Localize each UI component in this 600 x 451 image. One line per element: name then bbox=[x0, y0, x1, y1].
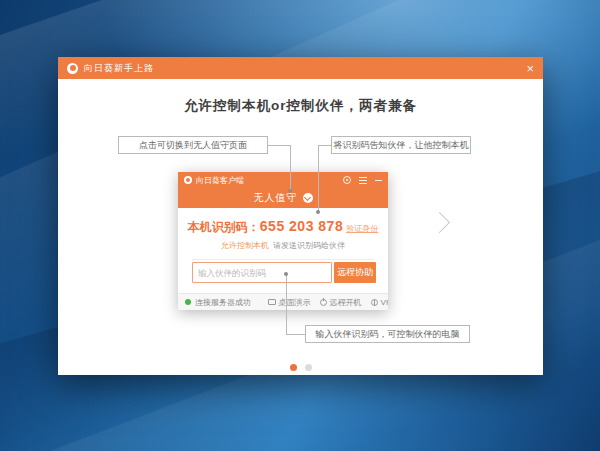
gear-icon[interactable] bbox=[343, 176, 351, 184]
vpn-icon bbox=[371, 299, 378, 306]
pagination-dot[interactable] bbox=[305, 364, 312, 371]
sunflower-logo-icon bbox=[67, 63, 78, 74]
connector-dot bbox=[288, 189, 292, 193]
client-title: 向日葵客户端 bbox=[196, 175, 244, 186]
unattended-dropdown-label: 无人值守 bbox=[254, 191, 298, 205]
vpn-action[interactable]: VPN bbox=[371, 298, 388, 307]
connector-line bbox=[290, 145, 291, 191]
remote-assist-button[interactable]: 远程协助 bbox=[334, 262, 376, 283]
client-window-preview: 向日葵客户端 无人值守 本机识别码：655 203 878验证身份 允许控制本机… bbox=[178, 172, 388, 310]
remote-boot-label: 远程开机 bbox=[330, 297, 362, 308]
connector-line bbox=[268, 145, 290, 146]
chevron-down-icon bbox=[303, 193, 313, 203]
client-titlebar: 向日葵客户端 bbox=[178, 172, 388, 188]
callout-share-id: 将识别码告知伙伴，让他控制本机 bbox=[331, 136, 471, 154]
hint-rest: 请发送识别码给伙伴 bbox=[273, 241, 345, 250]
close-icon[interactable]: × bbox=[526, 62, 534, 75]
vpn-label: VPN bbox=[381, 298, 388, 307]
remote-boot-action[interactable]: 远程开机 bbox=[320, 297, 362, 308]
next-page-chevron-icon[interactable] bbox=[429, 212, 450, 233]
online-status-dot-icon bbox=[185, 299, 191, 305]
pagination bbox=[58, 364, 543, 371]
connector-line bbox=[318, 145, 331, 146]
pagination-dot-active[interactable] bbox=[290, 364, 297, 371]
desktop-demo-label: 桌面演示 bbox=[279, 297, 311, 308]
callout-unattended: 点击可切换到无人值守页面 bbox=[118, 136, 268, 154]
callout-enter-partner-id: 输入伙伴识别码，可控制伙伴的电脑 bbox=[305, 325, 470, 343]
connector-dot bbox=[284, 272, 288, 276]
desktop-wallpaper: 向日葵新手上路 × 允许控制本机or控制伙伴，两者兼备 向日葵客户端 无人值守 bbox=[0, 0, 600, 451]
sunflower-logo-icon bbox=[184, 176, 192, 184]
connector-dot bbox=[316, 210, 320, 214]
client-body: 本机识别码：655 203 878验证身份 允许控制本机请发送识别码给伙伴 远程… bbox=[178, 208, 388, 293]
connector-line bbox=[286, 334, 305, 335]
wizard-title: 向日葵新手上路 bbox=[84, 62, 154, 75]
device-id-label: 本机识别码： bbox=[188, 220, 260, 234]
hint-line: 允许控制本机请发送识别码给伙伴 bbox=[178, 240, 388, 251]
hint-highlight: 允许控制本机 bbox=[221, 241, 269, 250]
device-id-line: 本机识别码：655 203 878验证身份 bbox=[178, 208, 388, 236]
divider bbox=[192, 259, 374, 260]
minimize-icon[interactable] bbox=[375, 180, 382, 181]
wizard-window: 向日葵新手上路 × 允许控制本机or控制伙伴，两者兼备 向日葵客户端 无人值守 bbox=[58, 57, 543, 375]
server-status-text: 连接服务器成功 bbox=[195, 297, 251, 308]
wizard-titlebar: 向日葵新手上路 × bbox=[58, 57, 543, 79]
monitor-icon bbox=[268, 299, 276, 305]
menu-icon[interactable] bbox=[359, 177, 367, 184]
verify-identity-link[interactable]: 验证身份 bbox=[346, 224, 378, 233]
unattended-dropdown[interactable]: 无人值守 bbox=[178, 188, 388, 208]
desktop-demo-action[interactable]: 桌面演示 bbox=[268, 297, 311, 308]
client-statusbar: 连接服务器成功 桌面演示 远程开机 VPN bbox=[178, 293, 388, 310]
connector-line bbox=[318, 145, 319, 212]
device-id-value: 655 203 878 bbox=[260, 218, 343, 234]
status-actions: 桌面演示 远程开机 VPN bbox=[268, 297, 381, 308]
page-title: 允许控制本机or控制伙伴，两者兼备 bbox=[58, 97, 543, 115]
partner-id-input[interactable] bbox=[192, 262, 332, 283]
power-icon bbox=[320, 299, 327, 306]
client-titlebar-icons bbox=[343, 176, 382, 184]
connector-line bbox=[286, 275, 287, 334]
